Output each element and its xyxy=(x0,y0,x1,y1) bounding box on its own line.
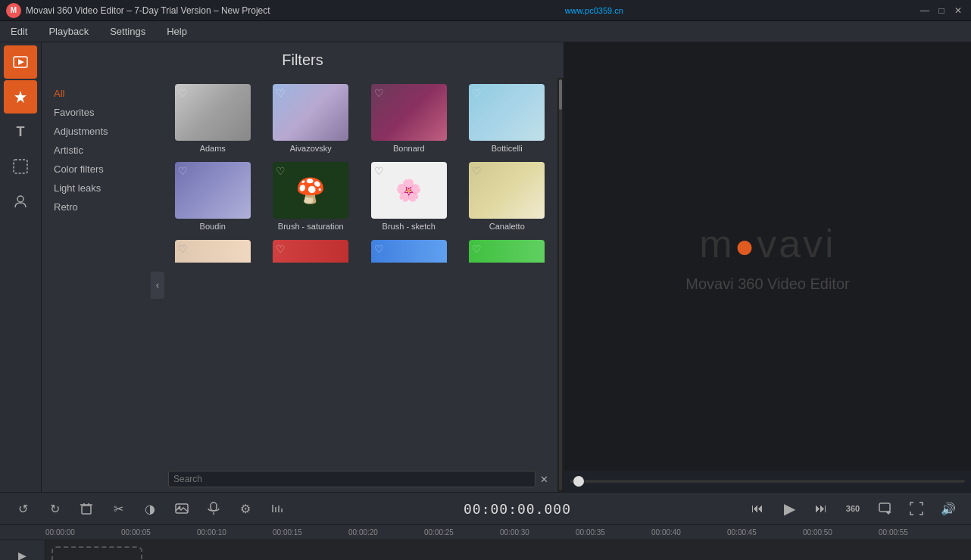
filter-item-row3c[interactable]: ♡ xyxy=(361,237,457,266)
filter-cat-lightleaks[interactable]: Light leaks xyxy=(42,179,159,198)
ruler-mark: 00:00:15 xyxy=(273,528,348,537)
filter-cat-adjustments[interactable]: Adjustments xyxy=(42,122,159,141)
filter-cat-colorfilters[interactable]: Color filters xyxy=(42,160,159,179)
ruler-mark: 00:00:30 xyxy=(500,528,576,537)
filter-cat-all[interactable]: All xyxy=(42,84,159,103)
filter-cat-artistic[interactable]: Artistic xyxy=(42,141,159,160)
skip-forward-button[interactable]: ⏭ xyxy=(807,495,835,522)
drop-zone[interactable]: Drag your files here xyxy=(52,546,142,560)
menu-settings[interactable]: Settings xyxy=(105,24,150,39)
filters-search-input[interactable] xyxy=(168,471,535,487)
filter-item-row3a[interactable]: ♡ xyxy=(165,237,261,266)
filter-item-canaletto[interactable]: ♡ Canaletto xyxy=(460,159,555,234)
filters-search-bar: ✕ xyxy=(159,466,557,492)
filter-thumb-row3d: ♡ xyxy=(469,240,545,263)
media-button[interactable] xyxy=(4,45,37,79)
filter-item-row3d[interactable]: ♡ xyxy=(460,237,555,266)
url-watermark: www.pc0359.cn xyxy=(565,5,623,16)
filter-name-bonnard: Bonnard xyxy=(393,144,425,153)
minimize-button[interactable]: — xyxy=(918,4,932,17)
menu-playback[interactable]: Playback xyxy=(44,24,93,39)
favorite-icon-row3c[interactable]: ♡ xyxy=(374,243,384,255)
timeline-tracks: ▶ 👁 🔊 ♪ 🔊 Drag your files here xyxy=(0,540,971,560)
overlays-button[interactable] xyxy=(4,150,37,183)
titlebar: M Movavi 360 Video Editor – 7-Day Trial … xyxy=(0,0,971,21)
favorite-icon-brush-sketch[interactable]: ♡ xyxy=(374,165,384,177)
favorite-icon-row3b[interactable]: ♡ xyxy=(276,243,286,255)
image-button[interactable] xyxy=(168,495,195,522)
filter-thumb-row3b: ♡ xyxy=(273,240,348,263)
menu-edit[interactable]: Edit xyxy=(6,24,32,39)
filter-thumb-botticelli: ♡ xyxy=(469,84,545,141)
filter-item-adams[interactable]: ♡ Adams xyxy=(165,81,261,156)
favorite-icon-canaletto[interactable]: ♡ xyxy=(472,165,482,177)
filters-content: All Favorites Adjustments Artistic Color… xyxy=(42,78,564,492)
settings-button[interactable]: ⚙ xyxy=(232,495,259,522)
titles-button[interactable]: T xyxy=(4,115,37,148)
filter-item-row3b[interactable]: ♡ xyxy=(264,237,359,266)
delete-button[interactable] xyxy=(73,495,100,522)
ruler-mark: 00:00:20 xyxy=(348,528,424,537)
filter-name-brush-saturation: Brush - saturation xyxy=(278,222,344,231)
equalizer-button[interactable] xyxy=(264,495,291,522)
filter-item-bonnard[interactable]: ♡ Bonnard xyxy=(361,81,457,156)
undo-button[interactable]: ↺ xyxy=(9,495,36,522)
favorite-icon-row3a[interactable]: ♡ xyxy=(178,243,188,255)
favorite-icon-row3d[interactable]: ♡ xyxy=(472,243,482,255)
close-button[interactable]: ✕ xyxy=(951,4,965,17)
effects-button[interactable] xyxy=(4,80,37,114)
filter-item-boudin[interactable]: ♡ Boudin xyxy=(165,159,261,234)
export-preview-button[interactable] xyxy=(871,495,898,522)
filter-name-brush-sketch: Brush - sketch xyxy=(382,222,436,231)
vr360-button[interactable]: 360 xyxy=(839,495,866,522)
seeker-thumb[interactable] xyxy=(573,476,584,487)
favorite-icon-aivazovsky[interactable]: ♡ xyxy=(276,87,286,99)
filter-thumb-bonnard: ♡ xyxy=(371,84,447,141)
preview-area: m●vavi Movavi 360 Video Editor xyxy=(564,42,971,471)
ruler-mark: 00:00:50 xyxy=(803,528,879,537)
filter-thumb-brush-saturation: ♡ 🍄 xyxy=(273,162,348,219)
menu-help[interactable]: Help xyxy=(162,24,192,39)
profile-button[interactable] xyxy=(4,185,37,218)
filter-cat-retro[interactable]: Retro xyxy=(42,198,159,216)
filter-cat-favorites[interactable]: Favorites xyxy=(42,103,159,122)
favorite-icon-brush-saturation[interactable]: ♡ xyxy=(276,165,286,177)
scrollbar-track xyxy=(559,79,562,490)
volume-button[interactable]: 🔊 xyxy=(935,495,962,522)
restore-button[interactable]: □ xyxy=(935,4,948,17)
filters-grid: ♡ Adams ♡ Aivazovsky ♡ xyxy=(165,81,554,266)
filter-item-aivazovsky[interactable]: ♡ Aivazovsky xyxy=(264,81,359,156)
svg-rect-2 xyxy=(14,160,27,173)
filter-item-brush-sketch[interactable]: ♡ 🌸 Brush - sketch xyxy=(361,159,457,234)
track-video-play-icon[interactable]: ▶ xyxy=(14,546,32,560)
movavi-logo: m●vavi xyxy=(685,221,849,266)
favorite-icon-botticelli[interactable]: ♡ xyxy=(472,87,482,99)
fullscreen-button[interactable] xyxy=(903,495,930,522)
favorite-icon-boudin[interactable]: ♡ xyxy=(178,165,188,177)
svg-point-3 xyxy=(17,196,23,202)
mic-button[interactable] xyxy=(200,495,227,522)
play-button[interactable]: ▶ xyxy=(776,495,803,522)
filter-thumb-boudin: ♡ xyxy=(175,162,251,219)
skip-back-button[interactable]: ⏮ xyxy=(744,495,771,522)
search-clear-icon[interactable]: ✕ xyxy=(540,471,548,487)
favorite-icon-bonnard[interactable]: ♡ xyxy=(374,87,384,99)
window-controls[interactable]: — □ ✕ xyxy=(918,4,965,17)
filter-item-botticelli[interactable]: ♡ Botticelli xyxy=(460,81,555,156)
preview-logo-area: m●vavi Movavi 360 Video Editor xyxy=(685,221,849,293)
cut-button[interactable]: ✂ xyxy=(105,495,132,522)
track-controls: ▶ 👁 🔊 ♪ 🔊 xyxy=(0,540,45,560)
filter-thumb-adams: ♡ xyxy=(175,84,251,141)
favorite-icon-adams[interactable]: ♡ xyxy=(178,87,188,99)
filter-item-brush-saturation[interactable]: ♡ 🍄 Brush - saturation xyxy=(264,159,359,234)
filters-scrollbar[interactable] xyxy=(557,78,564,492)
ruler-mark: 00:00:10 xyxy=(197,528,273,537)
contrast-button[interactable]: ◑ xyxy=(136,495,164,522)
ruler-mark: 00:00:00 xyxy=(45,528,121,537)
left-toolbar: T xyxy=(0,42,42,492)
scrollbar-thumb[interactable] xyxy=(559,79,562,110)
seeker-track[interactable] xyxy=(570,480,965,483)
redo-button[interactable]: ↻ xyxy=(41,495,68,522)
filter-thumb-brush-sketch: ♡ 🌸 xyxy=(371,162,447,219)
timeline-area: 00:00:00 00:00:05 00:00:10 00:00:15 00:0… xyxy=(0,525,971,560)
